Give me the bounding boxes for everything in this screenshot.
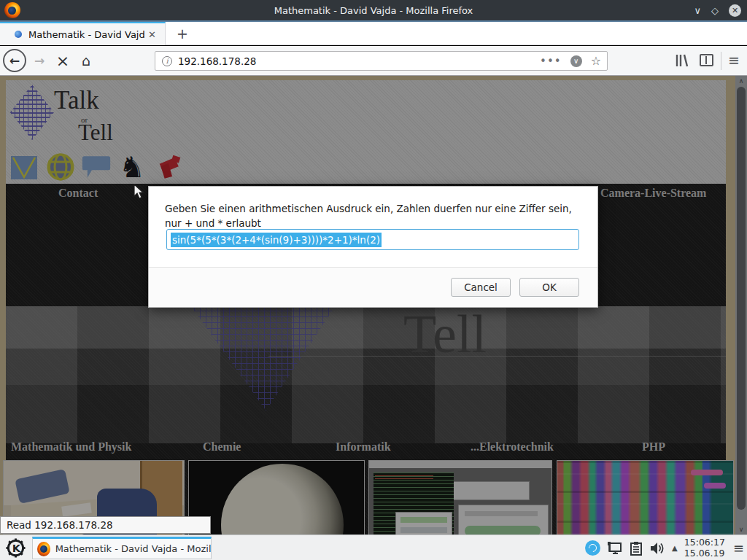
tray-expand-icon[interactable]: ▲ xyxy=(672,544,678,552)
new-tab-button[interactable]: + xyxy=(172,25,193,42)
prompt-dialog: Geben Sie einen arithmetischen Ausdruck … xyxy=(148,186,598,308)
library-icon[interactable] xyxy=(675,53,691,68)
cancel-button[interactable]: Cancel xyxy=(451,278,511,297)
taskbar-firefox-button[interactable]: Mathematik - David Vajda - Mozilla ... xyxy=(32,537,212,559)
firefox-icon xyxy=(37,542,50,556)
page-viewport: Talk or Tell xyxy=(0,76,747,534)
dialog-message: Geben Sie einen arithmetischen Ausdruck … xyxy=(165,202,581,230)
tray-volume-icon[interactable] xyxy=(649,541,665,556)
stop-button[interactable]: × xyxy=(53,49,73,72)
system-tray: ▲ 15:06:17 15.06.19 ≡ xyxy=(585,535,744,560)
navigation-toolbar: ← → × ⌂ i 192.168.178.28 ••• ∨ ☆ ≡ xyxy=(0,46,747,76)
input-selected-text: sin(5*(5*(3*(2+4*(sin(9)+3))))*2+1)*ln(2… xyxy=(171,233,382,247)
toolbar-separator xyxy=(721,52,721,70)
bookmark-star-icon[interactable]: ☆ xyxy=(591,54,601,68)
tray-clipboard-icon[interactable] xyxy=(630,541,643,556)
site-favicon xyxy=(15,31,22,38)
minimize-icon[interactable]: ∨ xyxy=(694,6,701,15)
close-icon[interactable]: ✕ xyxy=(729,4,741,17)
tab-title: Mathematik - David Vajda xyxy=(28,29,145,40)
home-button[interactable]: ⌂ xyxy=(76,49,96,72)
tab-close-icon[interactable]: ✕ xyxy=(145,28,159,42)
url-text[interactable]: 192.168.178.28 xyxy=(178,55,540,67)
forward-button[interactable]: → xyxy=(29,49,50,72)
svg-text:K: K xyxy=(12,542,21,554)
tab-bar: Mathematik - David Vajda ✕ + xyxy=(0,22,747,45)
clock-time: 15:06:17 xyxy=(684,537,725,548)
pocket-icon[interactable]: ∨ xyxy=(570,55,582,67)
clock-date: 15.06.19 xyxy=(684,548,725,559)
window-title: Mathematik - David Vajda - Mozilla Firef… xyxy=(0,5,747,16)
mouse-cursor xyxy=(133,184,145,200)
taskbar-window-title: Mathematik - David Vajda - Mozilla ... xyxy=(55,543,211,554)
url-bar[interactable]: i 192.168.178.28 ••• ∨ ☆ xyxy=(155,51,608,71)
firefox-icon xyxy=(4,2,20,18)
taskbar-clock[interactable]: 15:06:17 15.06.19 xyxy=(684,537,725,559)
expression-input[interactable]: sin(5*(5*(3*(2+4*(sin(9)+3))))*2+1)*ln(2… xyxy=(166,229,579,250)
back-button[interactable]: ← xyxy=(3,49,26,72)
tab-mathematik[interactable]: Mathematik - David Vajda ✕ xyxy=(0,22,166,45)
status-bar: Read 192.168.178.28 xyxy=(0,516,211,534)
tray-network-icon[interactable] xyxy=(607,541,623,556)
taskbar: K Mathematik - David Vajda - Mozilla ... xyxy=(0,534,747,560)
sidebar-toggle-icon[interactable] xyxy=(700,54,713,66)
tray-clock-sync-icon[interactable] xyxy=(585,540,600,556)
hamburger-menu-icon[interactable]: ≡ xyxy=(728,52,740,68)
window-titlebar: Mathematik - David Vajda - Mozilla Firef… xyxy=(0,0,747,20)
site-info-icon[interactable]: i xyxy=(162,56,172,66)
maximize-icon[interactable]: ◇ xyxy=(711,6,719,15)
page-actions-icon[interactable]: ••• xyxy=(540,55,562,68)
dialog-footer: Cancel OK xyxy=(149,267,597,307)
status-text: Read 192.168.178.28 xyxy=(7,519,113,531)
panel-menu-icon[interactable]: ≡ xyxy=(733,540,744,556)
ok-button[interactable]: OK xyxy=(519,278,579,297)
desktop: Mathematik - David Vajda - Mozilla Firef… xyxy=(0,0,747,560)
kde-launcher-icon[interactable]: K xyxy=(6,538,26,558)
